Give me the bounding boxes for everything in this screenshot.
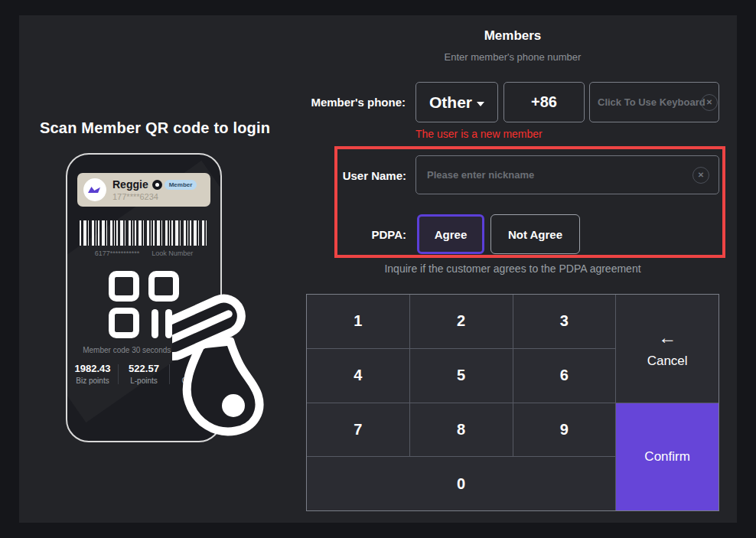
chevron-down-icon [477, 102, 484, 106]
keypad-9[interactable]: 9 [513, 403, 616, 457]
page-subtitle: Enter member's phone number [306, 51, 719, 63]
keypad-5[interactable]: 5 [410, 349, 513, 403]
barcode-number: 6177*********** [95, 249, 140, 257]
member-name: Reggie [112, 178, 148, 191]
barcode-scanner-icon [172, 291, 287, 448]
keypad-0[interactable]: 0 [307, 457, 615, 510]
phone-number-input[interactable]: Click To Use Keyboard ✕ [589, 82, 719, 122]
keypad-4[interactable]: 4 [307, 349, 409, 403]
qr-code-icon [107, 269, 181, 340]
barcode-label: Look Number [152, 249, 193, 257]
keypad-1[interactable]: 1 [307, 295, 409, 348]
keypad-7[interactable]: 7 [307, 403, 409, 457]
pdpa-label: PDPA: [337, 228, 406, 241]
page-title: Members [306, 28, 719, 44]
phone-input-placeholder: Click To Use Keyboard [598, 96, 705, 108]
member-card: Reggie Member 177****6234 [77, 173, 210, 207]
new-member-highlight-box: User Name: Please enter nickname ✕ PDPA:… [334, 146, 725, 258]
keypad-6[interactable]: 6 [513, 349, 616, 403]
dial-code-field[interactable]: +86 [503, 82, 585, 122]
scan-section: Scan Member QR code to login Reggie Memb… [19, 15, 306, 523]
member-card-text: Reggie Member 177****6234 [112, 178, 197, 201]
pdpa-not-agree-button[interactable]: Not Agree [490, 214, 580, 254]
member-phone-label: Member's phone: [306, 96, 406, 109]
numeric-keypad: 1 2 3 ← Cancel 4 5 6 7 8 9 0 Confirm [306, 294, 719, 511]
barcode-caption: 6177*********** Look Number [67, 249, 220, 257]
country-selector-value: Other [429, 93, 472, 112]
member-masked-phone: 177****6234 [112, 192, 197, 201]
stat-l-points: 522.57 L-points [119, 363, 169, 385]
keypad-2[interactable]: 2 [410, 295, 513, 348]
main-panel: Scan Member QR code to login Reggie Memb… [19, 15, 737, 523]
pdpa-hint: Inquire if the customer agrees to the PD… [306, 262, 719, 275]
keypad-8[interactable]: 8 [410, 403, 513, 457]
pdpa-agree-button[interactable]: Agree [417, 214, 484, 254]
backspace-arrow-icon: ← [658, 328, 676, 347]
brand-logo-icon [83, 178, 106, 201]
keypad-3[interactable]: 3 [513, 295, 616, 348]
cancel-button[interactable]: ← Cancel [616, 295, 719, 403]
member-badge: Member [165, 180, 197, 190]
nickname-input[interactable]: Please enter nickname ✕ [415, 155, 719, 194]
country-selector[interactable]: Other [415, 82, 498, 122]
pos-member-login-screen: Scan Member QR code to login Reggie Memb… [0, 0, 756, 538]
member-badge-icon [152, 180, 162, 190]
clear-phone-icon[interactable]: ✕ [701, 94, 718, 111]
new-member-notice: The user is a new member [415, 128, 543, 140]
clear-nickname-icon[interactable]: ✕ [692, 167, 709, 184]
barcode-icon [80, 220, 208, 246]
member-form-section: Members Enter member's phone number Memb… [306, 15, 719, 523]
scan-section-title: Scan Member QR code to login [40, 119, 306, 137]
brand-logo-glyph [88, 187, 100, 193]
username-label: User Name: [337, 169, 406, 182]
dial-code-value: +86 [531, 93, 557, 111]
cancel-label: Cancel [647, 354, 688, 369]
nickname-placeholder: Please enter nickname [427, 169, 534, 181]
confirm-button[interactable]: Confirm [616, 403, 719, 511]
stat-biz-points: 1982.43 Biz points [67, 363, 118, 385]
